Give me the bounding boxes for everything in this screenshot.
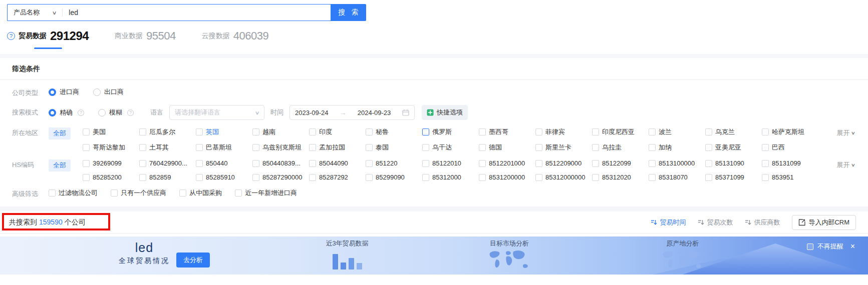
banner-section-origin[interactable]: 原产地分析 (645, 239, 720, 274)
advanced-checkbox-item[interactable]: 过滤物流公司 (49, 188, 98, 198)
radio-exporter[interactable]: 出口商 (93, 88, 124, 96)
checkbox-icon (139, 174, 146, 181)
banner-section-trade-3y[interactable]: 近3年贸易数据 (310, 239, 385, 270)
checkbox-label: 85122010 (432, 160, 461, 167)
region-checkbox-item[interactable]: 秘鲁 (366, 128, 422, 136)
hs-code-checkbox-item[interactable]: 85318070 (649, 174, 705, 181)
hs-code-checkbox-item[interactable]: 8513100000 (649, 160, 705, 167)
hs-code-checkbox-item[interactable]: 85312000 (422, 174, 479, 181)
region-checkbox-item[interactable]: 哈萨克斯坦 (762, 128, 818, 136)
dismiss-checkbox[interactable] (807, 244, 813, 250)
region-checkbox-item[interactable]: 乌兹别克斯坦 (252, 143, 309, 152)
region-checkbox-item[interactable]: 土耳其 (139, 143, 196, 152)
sort-option[interactable]: 贸易次数 (698, 218, 733, 227)
analyze-button[interactable]: 去分析 (176, 252, 210, 268)
hs-code-checkbox-item[interactable]: 85371099 (705, 174, 762, 181)
hs-code-checkbox-item[interactable]: 85312020 (592, 174, 649, 181)
region-expand-link[interactable]: 展开 ∨ (836, 128, 855, 138)
results-bar: 共搜索到159590个公司 贸易时间 (0, 212, 868, 234)
hs-code-checkbox-item[interactable]: 850440839... (252, 160, 309, 167)
hs-code-checkbox-item[interactable]: 8512209000 (535, 160, 592, 167)
checkbox-icon (535, 128, 542, 136)
hs-code-checkbox-item[interactable]: 85299090 (366, 174, 422, 181)
hs-code-checkbox-item[interactable]: 85122099 (592, 160, 649, 167)
hs-code-checkbox-item[interactable]: 85131090 (705, 160, 762, 167)
sort-option[interactable]: 供应商数 (745, 218, 780, 227)
region-checkbox-item[interactable]: 波兰 (649, 128, 705, 136)
tab-cloud-search[interactable]: 云搜数据 406039 (202, 30, 268, 48)
hs-code-checkbox-item[interactable]: 853951 (762, 174, 818, 181)
region-checkbox-item[interactable]: 加纳 (649, 143, 705, 152)
hs-code-checkbox-item[interactable]: 85122010 (422, 160, 479, 167)
region-checkbox-item[interactable]: 巴西 (762, 143, 818, 152)
checkbox-icon (762, 174, 769, 181)
hs-code-checkbox-item[interactable]: 851220 (366, 160, 422, 167)
info-icon[interactable]: ? (78, 110, 84, 116)
hs-code-checkbox-item[interactable]: 85131099 (762, 160, 818, 167)
hs-code-checkbox-item[interactable]: 85287290000 (252, 174, 309, 181)
advanced-checkbox-item[interactable]: 近一年新增进口商 (235, 188, 297, 198)
region-checkbox-item[interactable]: 亚美尼亚 (705, 143, 762, 152)
region-checkbox-item[interactable]: 巴基斯坦 (196, 143, 252, 152)
region-checkbox-item[interactable]: 哥斯达黎加 (83, 143, 139, 152)
region-checkbox-item[interactable]: 菲律宾 (535, 128, 592, 136)
advanced-checkbox-item[interactable]: 只有一个供应商 (111, 188, 166, 198)
search-input[interactable] (63, 8, 331, 16)
region-checkbox-item[interactable]: 德国 (479, 143, 535, 152)
tab-count: 406039 (233, 30, 268, 42)
filter-row-advanced: 高级筛选 过滤物流公司 只有一个供应商 从中国采购 近一年新增 (0, 188, 868, 198)
hs-code-checkbox-item[interactable]: 850440 (196, 160, 252, 167)
hs-code-checkbox-item[interactable]: 85285200 (83, 174, 139, 181)
checkbox-icon (252, 144, 259, 151)
hs-all-chip[interactable]: 全部 (49, 160, 71, 172)
import-crm-button[interactable]: 导入内部CRM (792, 215, 856, 230)
region-checkbox-item[interactable]: 乌克兰 (705, 128, 762, 136)
search-button[interactable]: 搜 索 (331, 4, 366, 21)
hs-code-checkbox-item[interactable]: 85287292 (309, 174, 366, 181)
region-all-chip[interactable]: 全部 (49, 128, 71, 140)
region-checkbox-item[interactable]: 孟加拉国 (309, 143, 366, 152)
banner-section-target-market[interactable]: 目标市场分析 (472, 239, 547, 274)
region-checkbox-item[interactable]: 英国 (196, 128, 252, 136)
region-checkbox-item[interactable]: 乌拉圭 (592, 143, 649, 152)
checkbox-icon (535, 174, 542, 181)
select-placeholder: 请选择翻译语言 (175, 108, 220, 117)
region-checkbox-item[interactable]: 印度 (309, 128, 366, 136)
hs-code-checkbox-item[interactable]: 760429900... (139, 160, 196, 167)
tab-trade-data[interactable]: ? 贸易数据 291294 (7, 29, 89, 48)
region-checkbox-item[interactable]: 乌干达 (422, 143, 479, 152)
region-checkbox-item[interactable]: 斯里兰卡 (535, 143, 592, 152)
translate-language-select[interactable]: 请选择翻译语言 ∨ (169, 105, 264, 120)
region-checkbox-item[interactable]: 泰国 (366, 143, 422, 152)
radio-importer[interactable]: 进口商 (49, 88, 79, 96)
hs-code-checkbox-item[interactable]: 85044090 (309, 160, 366, 167)
close-icon[interactable]: × (850, 242, 855, 250)
region-checkbox-item[interactable]: 墨西哥 (479, 128, 535, 136)
hs-code-checkbox-item[interactable]: 852859 (139, 174, 196, 181)
hs-code-checkbox-item[interactable]: 85285910 (196, 174, 252, 181)
advanced-checkbox-item[interactable]: 从中国采购 (179, 188, 222, 198)
product-category-dropdown[interactable]: 产品名称 ∨ (8, 8, 62, 17)
hs-code-checkbox-item[interactable]: 39269099 (83, 160, 139, 167)
tab-business-data[interactable]: 商业数据 95504 (115, 30, 176, 48)
region-checkbox-item[interactable]: 厄瓜多尔 (139, 128, 196, 136)
hs-expand-link[interactable]: 展开 ∨ (836, 160, 855, 170)
sort-option[interactable]: 贸易时间 (651, 218, 686, 227)
hs-code-checkbox-item[interactable]: 8531200000 (479, 174, 535, 181)
region-checkbox-item[interactable]: 俄罗斯 (422, 128, 479, 136)
radio-fuzzy-mode[interactable]: 模糊 ? (98, 108, 134, 117)
filter-panel-title: 筛选条件 (0, 58, 868, 80)
quick-options-button[interactable]: 快捷选项 (422, 105, 468, 120)
hs-code-checkbox-item[interactable]: 8512201000 (479, 160, 535, 167)
checkbox-icon (649, 160, 656, 167)
info-icon[interactable]: ? (127, 110, 134, 116)
hs-code-checkbox-item[interactable]: 85312000000 (535, 174, 592, 181)
region-checkbox-item[interactable]: 越南 (252, 128, 309, 136)
question-circle-icon[interactable]: ? (7, 32, 15, 40)
radio-exact-mode[interactable]: 精确 ? (49, 108, 84, 117)
filter-row-search-mode: 搜索模式 精确 ? 模糊 ? 语言 请选择翻译语言 (0, 105, 868, 120)
date-range-picker[interactable]: 2023-09-24 → 2024-09-23 (290, 105, 415, 120)
region-checkbox-item[interactable]: 美国 (83, 128, 139, 136)
checkbox-icon (535, 144, 542, 151)
region-checkbox-item[interactable]: 印度尼西亚 (592, 128, 649, 136)
